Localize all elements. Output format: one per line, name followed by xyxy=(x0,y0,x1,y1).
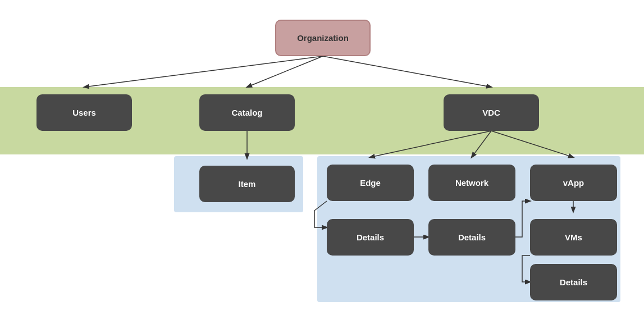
diagram-container: Organization Users Catalog VDC Item Edge… xyxy=(0,0,644,310)
node-vapp-details-label: Details xyxy=(560,277,587,287)
node-catalog: Catalog xyxy=(199,94,295,131)
node-vdc-label: VDC xyxy=(482,108,500,117)
node-edge-details-label: Details xyxy=(357,233,384,242)
node-vms: VMs xyxy=(530,219,617,256)
svg-line-2 xyxy=(323,56,491,87)
node-catalog-label: Catalog xyxy=(231,108,262,117)
node-users: Users xyxy=(36,94,132,131)
node-users-label: Users xyxy=(72,108,96,117)
node-organization: Organization xyxy=(275,20,371,56)
node-network-label: Network xyxy=(455,178,488,188)
node-edge-label: Edge xyxy=(360,178,381,188)
node-vapp-label: vApp xyxy=(563,178,584,188)
svg-line-1 xyxy=(247,56,323,87)
node-organization-label: Organization xyxy=(297,33,349,43)
node-vapp: vApp xyxy=(530,165,617,201)
node-network-details-label: Details xyxy=(458,233,486,242)
node-vms-label: VMs xyxy=(565,233,582,242)
node-network-details: Details xyxy=(428,219,515,256)
node-vapp-details: Details xyxy=(530,264,617,300)
node-item: Item xyxy=(199,166,295,202)
node-vdc: VDC xyxy=(444,94,539,131)
node-edge-details: Details xyxy=(327,219,414,256)
node-item-label: Item xyxy=(239,179,256,189)
svg-line-0 xyxy=(84,56,323,87)
node-network: Network xyxy=(428,165,515,201)
node-edge: Edge xyxy=(327,165,414,201)
